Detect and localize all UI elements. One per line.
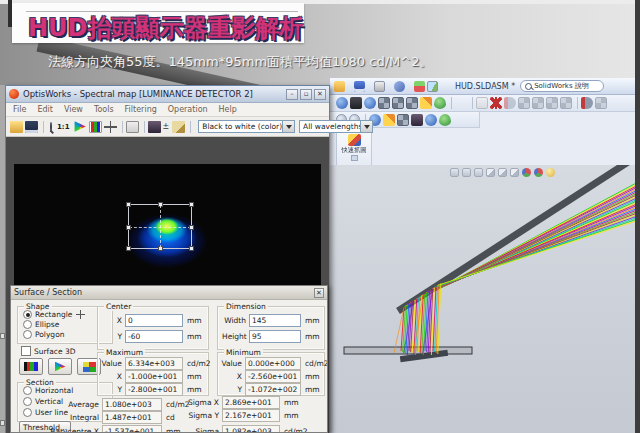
sketch-icon[interactable]	[383, 114, 395, 126]
handle[interactable]	[189, 246, 194, 251]
ray-line	[427, 291, 430, 352]
menu-view[interactable]: View	[64, 105, 83, 114]
open-icon[interactable]	[10, 121, 23, 133]
light-icon[interactable]	[546, 168, 555, 177]
menu-edit[interactable]: Edit	[37, 105, 53, 114]
section-view-icon[interactable]	[510, 168, 519, 177]
center-y-input[interactable]: -60	[125, 330, 183, 343]
graphics-viewport[interactable]	[330, 165, 636, 433]
save-icon[interactable]	[354, 81, 365, 92]
pattern-icon[interactable]	[378, 97, 390, 109]
search-input[interactable]: SolidWorks 說明	[520, 80, 604, 92]
drawing-icon[interactable]	[397, 114, 409, 126]
image-icon[interactable]	[427, 81, 438, 92]
interference-check-icon[interactable]	[560, 97, 572, 109]
help-icon[interactable]	[455, 97, 467, 109]
sigma-x-value: 2.869e+001	[222, 396, 280, 409]
handle[interactable]	[189, 202, 194, 207]
center-x-input[interactable]: 0	[125, 314, 183, 327]
appearance-pie-icon[interactable]	[522, 168, 531, 177]
open-icon[interactable]	[334, 81, 345, 92]
linear-pattern-icon[interactable]	[392, 97, 404, 109]
surface-3d-checkbox[interactable]: Surface 3D	[21, 346, 76, 356]
restore-icon[interactable]: ▫	[300, 89, 312, 100]
insert-part-icon[interactable]	[490, 97, 502, 109]
radio-horizontal[interactable]: Horizontal	[23, 386, 73, 395]
selection-rectangle[interactable]	[128, 204, 192, 249]
close-icon[interactable]: ✕	[314, 288, 324, 298]
undo-icon[interactable]	[394, 81, 405, 92]
save-icon[interactable]	[25, 121, 38, 133]
scene-icon[interactable]	[534, 168, 543, 177]
height-input[interactable]: 95	[249, 330, 301, 343]
scrollbar-nub[interactable]	[0, 333, 5, 339]
crosshair-icon[interactable]	[104, 121, 117, 133]
luminance-map[interactable]	[14, 164, 321, 287]
zoom-area-icon[interactable]	[462, 168, 471, 177]
mirror-components-icon[interactable]	[406, 97, 418, 109]
chevron-down-icon[interactable]	[360, 121, 372, 132]
optis-icon[interactable]	[425, 114, 437, 126]
mate-icon[interactable]	[504, 97, 516, 109]
handle[interactable]	[189, 225, 194, 230]
radio-polygon[interactable]: Polygon	[23, 330, 64, 339]
clipboard-icon[interactable]	[476, 97, 488, 109]
display-style-icon[interactable]	[498, 168, 507, 177]
radio-ellipse[interactable]: Ellipse	[23, 320, 59, 329]
map-style-icon[interactable]	[148, 121, 161, 133]
average-value: 1.080e+003	[102, 398, 162, 411]
scrollbar-nub[interactable]	[0, 420, 5, 426]
handle[interactable]	[158, 246, 163, 251]
rotate-view-icon[interactable]	[474, 168, 483, 177]
rgb-bars-button[interactable]	[19, 358, 43, 375]
surface-section-titlebar[interactable]: Surface / Section ✕	[11, 286, 327, 300]
rotate-component-icon[interactable]	[532, 97, 544, 109]
analysis-icon[interactable]	[439, 114, 451, 126]
rgb-bars-icon[interactable]	[89, 121, 102, 133]
menu-file[interactable]: File	[13, 105, 26, 114]
menu-filtering[interactable]: Filtering	[125, 105, 157, 114]
toolbar-separator	[451, 97, 452, 109]
toolbar-separator	[472, 97, 473, 109]
edit-component-icon[interactable]	[336, 97, 348, 109]
wavelength-select[interactable]: All wavelengths	[299, 120, 373, 133]
zoom-in-icon[interactable]	[450, 168, 459, 177]
appearance-icon[interactable]	[411, 114, 423, 126]
radio-icon	[23, 408, 32, 417]
handle[interactable]	[158, 202, 163, 207]
false-color-button[interactable]	[48, 358, 72, 375]
minimum-value: 0.000e+000	[245, 357, 301, 370]
handle[interactable]	[126, 225, 131, 230]
radio-icon	[23, 397, 32, 406]
view-orientation-icon[interactable]	[486, 168, 495, 177]
print-icon[interactable]	[374, 81, 385, 92]
exploded-view-icon[interactable]	[546, 97, 558, 109]
assembly-features-icon[interactable]	[595, 97, 607, 109]
optisworks-titlebar[interactable]: OptisWorks - Spectral map [LUMINANCE DET…	[6, 86, 329, 103]
flag-icon[interactable]	[420, 97, 432, 109]
one-to-one-button[interactable]: 1:1	[57, 123, 70, 131]
plus-minus-button[interactable]: ±	[163, 122, 170, 131]
move-component-icon[interactable]	[518, 97, 530, 109]
camera-icon[interactable]	[350, 97, 362, 109]
handle[interactable]	[126, 246, 131, 251]
menu-help[interactable]: Help	[219, 105, 237, 114]
insert-component-icon[interactable]	[364, 97, 376, 109]
smart-mate-icon[interactable]	[581, 97, 593, 109]
menu-tools[interactable]: Tools	[94, 105, 114, 114]
zoom-icon[interactable]	[50, 122, 52, 132]
menu-operation[interactable]: Operation	[168, 105, 208, 114]
rebuild-icon[interactable]	[414, 81, 425, 92]
chevron-down-icon[interactable]	[282, 121, 294, 132]
simulation-icon[interactable]	[434, 97, 446, 109]
handle[interactable]	[126, 202, 131, 207]
minimize-icon[interactable]: –	[286, 89, 298, 100]
radio-rectangle[interactable]: Rectangle	[23, 310, 85, 319]
palette-select[interactable]: Black to white (color)	[198, 120, 295, 133]
clipboard-icon[interactable]	[126, 121, 139, 133]
measure-icon[interactable]	[172, 121, 185, 133]
width-input[interactable]: 145	[249, 314, 301, 327]
color-mode-icon[interactable]	[74, 121, 87, 133]
solidworks-titlebar: HUD.SLDASM * SolidWorks 說明	[330, 78, 636, 95]
close-icon[interactable]: ✕	[314, 89, 326, 100]
